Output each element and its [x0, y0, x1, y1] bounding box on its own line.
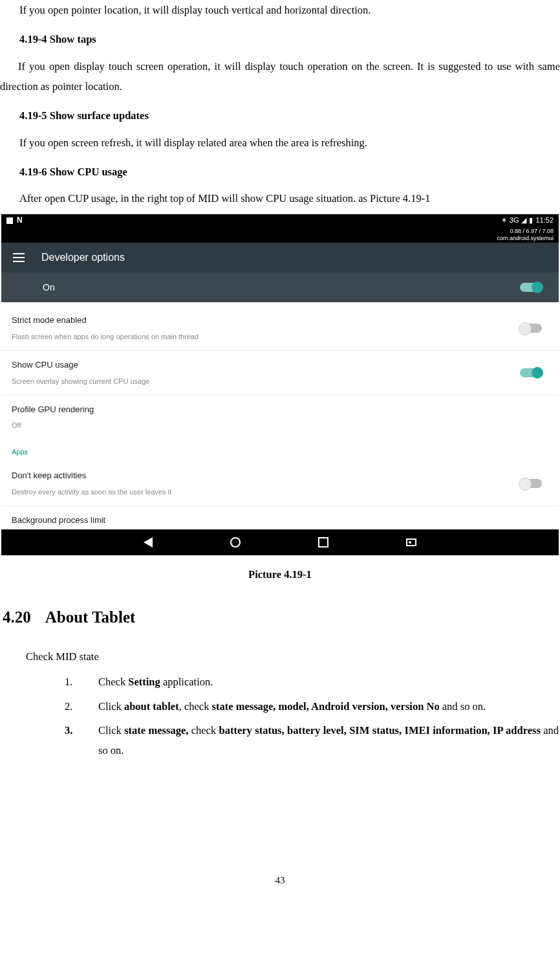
text-bold: state message, — [124, 724, 188, 736]
text: check — [188, 724, 219, 736]
paragraph: If you open pointer location, it will di… — [1, 0, 559, 20]
figure-screenshot: N ✶ 3G ◢ ▮ 11:52 0.88 / 6.97 / 7.08 com.… — [1, 214, 559, 555]
toggle-switch[interactable] — [520, 324, 542, 333]
hamburger-menu-icon[interactable] — [13, 253, 25, 262]
setting-title: Show CPU usage — [12, 357, 149, 373]
heading-4-19-5: 4.19-5 Show surface updates — [1, 105, 559, 126]
setting-description: Off — [12, 419, 94, 432]
setting-row-strict-mode[interactable]: Strict mode enabled Flash screen when ap… — [1, 306, 559, 351]
status-right-icons: ✶ 3G ◢ ▮ 11:52 — [501, 214, 554, 227]
subheading: Check MID state — [26, 647, 559, 667]
screen-title: Developer options — [41, 248, 125, 267]
text: application. — [160, 676, 213, 688]
setting-title: Don't keep activities — [12, 468, 171, 484]
cpu-usage-overlay: 0.88 / 6.97 / 7.08 com.android.systemui — [1, 227, 559, 243]
network-3g-label: 3G — [510, 214, 519, 227]
heading-4-19-6: 4.19-6 Show CPU usage — [1, 162, 559, 182]
setting-row-show-cpu[interactable]: Show CPU usage Screen overlay showing cu… — [1, 351, 559, 395]
heading-title: About Tablet — [45, 608, 136, 626]
text-bold: Setting — [128, 676, 160, 688]
text: Check — [98, 676, 128, 688]
text: and so on. — [440, 700, 486, 713]
heading-4-20: 4.20About Tablet — [3, 602, 560, 633]
cpu-load-values: 0.88 / 6.97 / 7.08 — [1, 228, 554, 235]
list-marker: 3. — [65, 720, 98, 761]
page-number: 43 — [0, 871, 560, 890]
nav-home-icon[interactable] — [230, 537, 241, 548]
paragraph: If you open display touch screen operati… — [0, 56, 560, 97]
list-item: 3. Click state message, check battery st… — [65, 720, 559, 761]
setting-row-bg-process-limit[interactable]: Background process limit — [1, 506, 559, 530]
toggle-switch[interactable] — [520, 479, 542, 488]
setting-title: Profile GPU rendering — [12, 402, 94, 418]
text: , check — [179, 700, 212, 713]
figure-caption: Picture 4.19-1 — [0, 564, 560, 584]
master-toggle-label: On — [43, 279, 55, 296]
text-bold: battery status, battery level, SIM statu… — [219, 724, 541, 736]
text-bold: about tablet — [124, 700, 179, 713]
master-toggle-switch[interactable] — [520, 283, 542, 292]
text: Click — [98, 700, 124, 713]
settings-list: Strict mode enabled Flash screen when ap… — [1, 302, 559, 529]
setting-description: Flash screen when apps do long operation… — [12, 330, 199, 344]
nav-recent-icon[interactable] — [318, 537, 328, 548]
setting-row-dont-keep-activities[interactable]: Don't keep activities Destroy every acti… — [1, 461, 559, 506]
heading-4-19-4: 4.19-4 Show taps — [1, 29, 559, 49]
setting-title: Strict mode enabled — [12, 313, 199, 329]
setting-title: Background process limit — [12, 513, 105, 529]
android-n-icon: N — [17, 213, 23, 228]
numbered-list: 1. Check Setting application. 2. Click a… — [65, 672, 559, 760]
bluetooth-icon: ✶ — [501, 214, 507, 227]
toggle-switch[interactable] — [520, 368, 542, 377]
text-bold: state message, model, Android version, v… — [212, 700, 440, 713]
signal-icon: ◢ — [521, 214, 526, 227]
setting-description: Screen overlay showing current CPU usage — [12, 375, 149, 388]
heading-number: 4.20 — [3, 608, 31, 626]
list-marker: 2. — [65, 696, 98, 716]
status-left-icons: N — [6, 213, 23, 228]
text: Click — [98, 724, 124, 736]
nav-screenshot-icon[interactable] — [406, 538, 416, 546]
list-item: 2. Click about tablet, check state messa… — [65, 696, 559, 716]
android-status-bar: N ✶ 3G ◢ ▮ 11:52 — [1, 214, 559, 227]
nav-back-icon[interactable] — [144, 537, 153, 548]
apps-section-header: Apps — [1, 439, 559, 461]
paragraph: After open CUP usage, in the right top o… — [1, 188, 560, 208]
gallery-icon — [6, 217, 13, 224]
master-toggle-row[interactable]: On — [1, 272, 559, 302]
battery-icon: ▮ — [529, 214, 533, 227]
android-nav-bar — [1, 529, 559, 555]
list-marker: 1. — [65, 672, 98, 692]
list-item: 1. Check Setting application. — [65, 672, 559, 692]
setting-description: Destroy every activity as soon as the us… — [12, 485, 171, 499]
paragraph: If you open screen refresh, it will disp… — [1, 133, 559, 153]
setting-row-profile-gpu[interactable]: Profile GPU rendering Off — [1, 395, 559, 439]
screen-title-bar: Developer options — [1, 243, 559, 272]
cpu-process-name: com.android.systemui — [1, 235, 554, 242]
status-time: 11:52 — [535, 214, 554, 227]
